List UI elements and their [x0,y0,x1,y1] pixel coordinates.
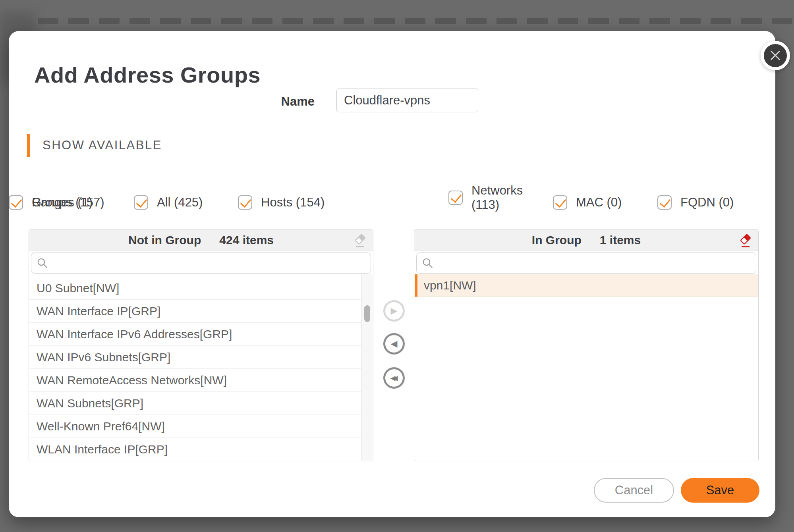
not-in-group-panel: Not in Group 424 items [29,229,373,461]
filter-all[interactable]: All (425) [134,191,203,214]
show-available-label: SHOW AVAILABLE [43,138,162,152]
show-available-header: SHOW AVAILABLE [27,133,162,157]
checkbox-hosts[interactable] [238,195,252,210]
in-group-count: 1 items [600,233,641,247]
list-item[interactable]: Well-Known Pref64[NW] [29,415,361,438]
eraser-icon[interactable] [353,233,367,249]
in-group-search [416,253,756,274]
eraser-gray-glyph [353,233,367,249]
move-right-icon[interactable]: ▶ [383,300,405,322]
checkbox-all[interactable] [134,195,148,210]
selected-list-item[interactable]: vpn1[NW] [415,274,758,297]
double-left-arrow-glyph: ◀◀ [393,375,395,382]
filter-fqdn[interactable]: FQDN (0) [657,191,734,214]
not-in-group-title: Not in Group [128,233,201,247]
scrollbar-thumb[interactable] [364,305,370,322]
not-in-group-count: 424 items [219,233,274,247]
name-label: Name [180,94,315,109]
cancel-button[interactable]: Cancel [594,478,674,503]
save-button[interactable]: Save [681,478,759,503]
filter-groups[interactable]: Groups (157) [9,191,104,214]
in-group-panel: In Group 1 items [414,229,759,461]
eraser-red-glyph [738,233,753,249]
in-group-title: In Group [532,233,581,247]
move-left-icon[interactable]: ◀ [383,333,405,355]
filter-hosts[interactable]: Hosts (154) [238,191,325,214]
search-input[interactable] [416,253,756,274]
list-item[interactable]: WAN IPv6 Subnets[GRP] [29,346,361,369]
filter-mac[interactable]: MAC (0) [553,191,622,214]
move-all-left-icon[interactable]: ◀◀ [383,367,405,389]
modal-overlay: Add Address Groups Name SHOW AVAILABLE A… [0,0,794,532]
accent-bar [27,134,30,157]
search-input[interactable] [31,253,371,274]
checkbox-networks[interactable] [448,191,463,205]
in-group-header: In Group 1 items [414,230,758,251]
eraser-red-icon[interactable] [738,233,753,249]
checkbox-groups[interactable] [9,195,23,210]
not-in-group-search [31,253,371,274]
in-group-list: vpn1[NW] [415,274,758,461]
list-item[interactable]: U0 Subnet[NW] [29,277,361,300]
right-arrow-glyph: ▶ [391,306,398,315]
list-item[interactable]: WAN Interface IP[GRP] [29,300,361,323]
not-in-group-list: U0 Subnet[NW] WAN Interface IP[GRP] WAN … [29,274,373,461]
checkbox-fqdn[interactable] [657,195,672,210]
close-icon[interactable] [761,41,790,70]
scrollbar-track[interactable] [361,274,373,461]
list-item[interactable]: WLAN Interface IP[GRP] [29,438,361,461]
left-arrow-glyph: ◀ [391,339,398,348]
list-item[interactable]: WAN Interface IPv6 Addresses[GRP] [29,323,361,346]
not-in-group-header: Not in Group 424 items [29,230,373,251]
list-item[interactable]: WAN RemoteAccess Networks[NW] [29,369,361,392]
add-address-groups-dialog: Add Address Groups Name SHOW AVAILABLE A… [9,31,775,517]
background-ui-remnant-dashes [38,18,794,24]
checkbox-mac[interactable] [553,195,567,210]
name-input[interactable] [336,89,478,112]
list-item[interactable]: WAN Subnets[GRP] [29,392,361,415]
dialog-title: Add Address Groups [34,62,261,88]
filter-networks[interactable]: Networks (113) [448,186,527,210]
